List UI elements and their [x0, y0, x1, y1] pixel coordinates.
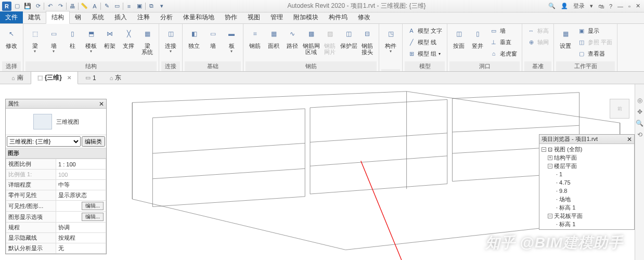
- wall-button[interactable]: ▭墙▾: [44, 25, 63, 55]
- property-row[interactable]: 视图比例1 : 100: [6, 159, 106, 170]
- tab-collab[interactable]: 协作: [220, 11, 242, 23]
- tab-goujianwu[interactable]: 构件坞: [324, 11, 353, 23]
- tab-massing[interactable]: 体量和场地: [178, 11, 220, 23]
- zoom-icon[interactable]: 🔍: [636, 120, 643, 127]
- path-button[interactable]: ∿路径: [283, 25, 302, 55]
- model-group-button[interactable]: ⊞模型 组▾: [406, 48, 444, 59]
- property-row[interactable]: 详细程度中等: [6, 180, 106, 190]
- rebar-button[interactable]: ⌗钢筋: [246, 25, 264, 55]
- tree-level[interactable]: · 9.8: [542, 187, 632, 195]
- property-row[interactable]: 零件可见性显示原状态: [6, 190, 106, 201]
- orbit-icon[interactable]: ⟲: [637, 131, 642, 138]
- viewer-button[interactable]: ▢查看器: [576, 48, 614, 59]
- truss-button[interactable]: ⋈桁架: [100, 25, 119, 55]
- property-row[interactable]: 显示隐藏线按规程: [6, 233, 106, 243]
- redo-icon[interactable]: ↷: [56, 2, 65, 11]
- tree-level[interactable]: · 4.75: [542, 178, 632, 187]
- revit-logo-icon[interactable]: R: [2, 2, 11, 11]
- byface-button[interactable]: ◫按面: [449, 25, 468, 59]
- tab-manage[interactable]: 管理: [265, 11, 288, 23]
- property-row[interactable]: 图形显示选项编辑...: [6, 212, 106, 223]
- tab-arch[interactable]: 建筑: [23, 11, 46, 23]
- op-wall-button[interactable]: ▭墙: [488, 25, 519, 36]
- region-button[interactable]: ▩钢筋网 区域: [302, 25, 320, 55]
- undo-icon[interactable]: ↶: [45, 2, 55, 11]
- beam-button[interactable]: ⬚梁▾: [25, 25, 44, 55]
- tab-systems[interactable]: 系统: [86, 11, 109, 23]
- tab-analyze[interactable]: 分析: [155, 11, 178, 23]
- dropdown-icon[interactable]: ▾: [588, 3, 595, 9]
- show-button[interactable]: ▣显示: [576, 25, 614, 36]
- property-row[interactable]: 规程协调: [6, 223, 106, 233]
- tree-ceiling-plan[interactable]: −天花板平面: [542, 212, 632, 220]
- save-icon[interactable]: 💾: [23, 2, 32, 11]
- customize-icon[interactable]: ▾: [157, 2, 166, 11]
- exchange-icon[interactable]: 🛍: [597, 3, 606, 9]
- modify-button[interactable]: ↖修改: [2, 25, 21, 49]
- brace-button[interactable]: ╳支撑: [119, 25, 138, 55]
- type-selector[interactable]: 三维视图: [6, 109, 106, 135]
- tab-view[interactable]: 视图: [242, 11, 265, 23]
- restore-icon[interactable]: ▫: [627, 3, 632, 9]
- tree-level[interactable]: · 标高 1: [542, 203, 632, 212]
- op-perp-button[interactable]: ⊥垂直: [488, 36, 519, 48]
- search-icon[interactable]: 🔍: [547, 3, 557, 9]
- close-tab-icon[interactable]: ✕: [67, 75, 71, 81]
- measure-icon[interactable]: 📏: [80, 2, 89, 11]
- sync-icon[interactable]: ⟳: [33, 2, 43, 11]
- view-cube[interactable]: 前: [604, 94, 635, 124]
- close-hidden-icon[interactable]: ▣: [135, 2, 144, 11]
- view-cube-face[interactable]: 前: [610, 99, 629, 119]
- print-icon[interactable]: 🖶: [68, 2, 77, 11]
- steering-wheel-icon[interactable]: ◎: [637, 97, 642, 104]
- tab-annotate[interactable]: 注释: [132, 11, 155, 23]
- column-button[interactable]: ▯柱: [63, 25, 82, 55]
- fwall-button[interactable]: ▭墙: [203, 25, 222, 54]
- component-button[interactable]: ◳构件▾: [381, 25, 400, 54]
- set-button[interactable]: ▦设置: [556, 25, 575, 59]
- coupler-button[interactable]: ⊟钢筋 接头: [358, 25, 377, 55]
- close-icon[interactable]: ✕: [627, 136, 632, 143]
- model-line-button[interactable]: ╱模型 线: [406, 36, 444, 48]
- dimension-icon[interactable]: A: [90, 2, 99, 11]
- edit-button[interactable]: 编辑...: [82, 202, 104, 210]
- property-row[interactable]: 默认分析显示无: [6, 243, 106, 254]
- tab-modify[interactable]: 修改: [353, 11, 376, 23]
- beam-system-button[interactable]: ▦梁 系统: [138, 25, 157, 55]
- shaft-button[interactable]: ▯竖井: [468, 25, 487, 59]
- close-icon[interactable]: ✕: [99, 100, 104, 108]
- tree-level[interactable]: · 标高 1: [542, 220, 632, 228]
- view-tab-3d[interactable]: ⬚{三维}✕: [31, 71, 78, 84]
- pan-icon[interactable]: ✥: [637, 108, 642, 115]
- switch-window-icon[interactable]: ⧉: [147, 2, 156, 11]
- property-row[interactable]: 可见性/图形...编辑...: [6, 201, 106, 212]
- connect-button[interactable]: ◫连接▾: [161, 25, 180, 54]
- tab-structure[interactable]: 结构: [46, 11, 70, 24]
- login-link[interactable]: 登录: [572, 2, 586, 10]
- tree-floor-plan[interactable]: −楼层平面: [542, 162, 632, 170]
- slab-button[interactable]: ▬板▾: [222, 25, 241, 54]
- tab-addins[interactable]: 附加模块: [288, 11, 324, 23]
- view-tab-south[interactable]: ⌂南: [5, 72, 30, 84]
- tag-icon[interactable]: ✎: [102, 2, 111, 11]
- close-icon[interactable]: ✕: [634, 3, 642, 9]
- view-tab-1[interactable]: ▭1: [79, 73, 102, 83]
- minimize-icon[interactable]: —: [616, 3, 625, 9]
- tab-steel[interactable]: 钢: [70, 11, 86, 23]
- area-button[interactable]: ▦面积: [264, 25, 283, 55]
- instance-selector[interactable]: 三维视图: {三维}: [7, 136, 81, 147]
- model-text-button[interactable]: A模型 文字: [406, 25, 444, 36]
- property-row[interactable]: 比例值 1:100: [6, 170, 106, 180]
- op-dormer-button[interactable]: ⌂老虎窗: [488, 48, 519, 59]
- section-icon[interactable]: ▭: [112, 2, 122, 11]
- tab-file[interactable]: 文件: [0, 11, 23, 23]
- tree-level[interactable]: · 1: [542, 170, 632, 178]
- tree-views[interactable]: −⊡ 视图 (全部): [542, 145, 632, 153]
- edit-button[interactable]: 编辑...: [82, 213, 104, 221]
- user-icon[interactable]: 👤: [559, 3, 570, 9]
- tab-insert[interactable]: 插入: [109, 11, 132, 23]
- tree-level[interactable]: · 场地: [542, 195, 632, 203]
- tree-struct-plan[interactable]: +结构平面: [542, 153, 632, 162]
- floor-button[interactable]: ⬒楼板▾: [82, 25, 100, 55]
- view-tab-east[interactable]: ⌂东: [104, 72, 128, 84]
